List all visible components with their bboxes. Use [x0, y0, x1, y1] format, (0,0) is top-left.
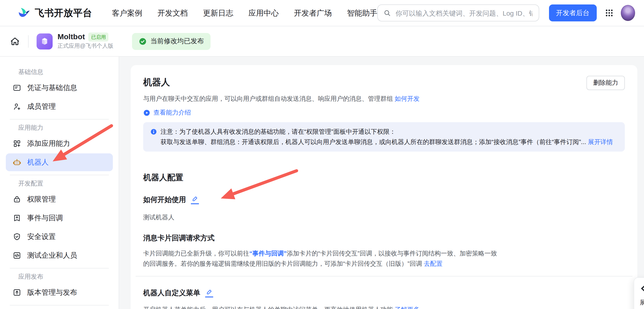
bot-capability-card: 机器人 删除能力 与用户在聊天中交互的应用，可以向用户或群组自动发送消息、响应用…	[131, 65, 637, 309]
top-navbar: 飞书开放平台 客户案例 开发文档 更新日志 应用中心 开发者广场 智能助手 开发…	[0, 0, 644, 26]
sidebar-item-label: 测试企业和人员	[27, 251, 77, 260]
sidebar-divider	[10, 175, 109, 175]
global-search[interactable]	[377, 4, 539, 22]
publish-status-text: 当前修改均已发布	[150, 37, 204, 46]
status-badge: 已启用	[88, 32, 108, 42]
how-to-develop-link[interactable]: 如何开发	[395, 95, 420, 102]
shield-check-icon	[12, 232, 22, 241]
developer-console-button[interactable]: 开发者后台	[549, 4, 596, 22]
lock-icon	[12, 195, 22, 204]
app-subtitle: 正式应用@飞书个人版	[58, 42, 113, 50]
learn-more-link[interactable]: 了解更多	[395, 306, 420, 309]
sidebar-item-security[interactable]: 安全设置	[6, 228, 113, 246]
apps-grid-icon[interactable]	[604, 8, 614, 18]
nav-item-dev-docs[interactable]: 开发文档	[158, 8, 188, 18]
sidebar-section-dev-config: 开发配置	[18, 180, 119, 188]
logo-text: 飞书开放平台	[35, 7, 92, 19]
edit-how-to-start-button[interactable]	[191, 195, 199, 204]
sidebar-section-capabilities: 应用能力	[18, 124, 119, 132]
sidebar-divider	[10, 119, 109, 120]
sidebar-item-label: 成员管理	[27, 102, 56, 111]
add-capability-icon	[12, 139, 22, 148]
event-callback-icon	[12, 214, 22, 222]
feishu-logo-icon	[18, 6, 31, 20]
sidebar-item-label: 机器人	[27, 158, 48, 167]
delete-capability-button[interactable]: 删除能力	[586, 76, 625, 90]
nav-item-developer-plaza[interactable]: 开发者广场	[294, 8, 332, 18]
sidebar-item-credentials[interactable]: 凭证与基础信息	[6, 79, 113, 97]
sidebar-item-bot[interactable]: 机器人	[6, 154, 113, 171]
notice-line-2: 获取与发送单聊、群组消息：开通该权限后，机器人可以向用户发送单聊消息，或向机器人…	[150, 137, 618, 147]
card-callback-title-row: 消息卡片回调请求方式	[143, 233, 625, 243]
sidebar-item-test-org[interactable]: 测试企业和人员	[6, 246, 113, 264]
custom-menu-title: 机器人自定义菜单	[143, 288, 200, 298]
card-callback-title: 消息卡片回调请求方式	[143, 233, 214, 243]
notice-line-1: 注意：为了使机器人具有收发消息的基础功能，请在“权限管理”面板中开通以下权限：	[160, 127, 396, 137]
top-nav-menu: 客户案例 开发文档 更新日志 应用中心 开发者广场 智能助手	[112, 8, 377, 18]
play-circle-icon	[143, 109, 150, 116]
check-circle-icon	[139, 37, 147, 45]
sidebar-item-version-release[interactable]: 版本管理与发布	[6, 284, 113, 302]
events-callback-link[interactable]: “事件与回调”	[249, 250, 287, 257]
sidebar-item-events[interactable]: 事件与回调	[6, 209, 113, 227]
nav-item-app-center[interactable]: 应用中心	[248, 8, 279, 18]
capability-intro-link[interactable]: 查看能力介绍	[143, 109, 625, 117]
app-name: Moltbot	[58, 32, 85, 42]
bot-config-title: 机器人配置	[143, 172, 625, 183]
home-icon[interactable]	[10, 36, 20, 46]
sidebar-section-basic-info: 基础信息	[18, 68, 119, 76]
nav-item-customer-cases[interactable]: 客户案例	[112, 8, 142, 18]
sidebar-item-label: 事件与回调	[27, 213, 63, 223]
page-title: 机器人	[143, 76, 625, 88]
search-input[interactable]	[395, 9, 533, 17]
expand-tab-label: 展	[640, 299, 644, 307]
member-add-icon	[12, 102, 22, 111]
sidebar-item-label: 凭证与基础信息	[27, 83, 77, 92]
nav-item-ai-assistant[interactable]: 智能助手	[347, 8, 377, 18]
sidebar-item-label: 添加应用能力	[27, 139, 70, 148]
expand-detail-link[interactable]: 展开详情	[588, 138, 613, 145]
publish-icon	[12, 288, 22, 297]
how-to-start-row: 如何开始使用	[143, 195, 625, 205]
test-bot-text: 测试机器人	[143, 213, 625, 222]
card-callback-paragraph: 卡片回调能力已全新升级，你可以前往“事件与回调”添加卡片的“卡片回传交互”回调，…	[143, 248, 500, 269]
info-icon	[150, 128, 157, 135]
content-area: 机器人 删除能力 与用户在聊天中交互的应用，可以向用户或群组自动发送消息、响应用…	[119, 57, 644, 309]
sidebar-item-label: 权限管理	[27, 195, 56, 204]
go-configure-link[interactable]: 去配置	[424, 260, 442, 267]
sidebar-item-label: 版本管理与发布	[27, 288, 77, 297]
app-header: Moltbot 已启用 正式应用@飞书个人版 当前修改均已发布	[0, 26, 644, 57]
sidebar-divider	[10, 305, 109, 306]
user-avatar[interactable]	[620, 5, 635, 21]
app-identity: Moltbot 已启用 正式应用@飞书个人版	[58, 32, 113, 50]
card-section-divider	[136, 276, 632, 276]
code-box-icon	[12, 251, 22, 260]
edit-custom-menu-button[interactable]	[205, 288, 213, 298]
sidebar-item-add-capability[interactable]: 添加应用能力	[6, 135, 113, 152]
id-card-icon	[12, 84, 22, 92]
expand-panel-tab[interactable]: 展	[634, 277, 644, 309]
app-icon	[36, 33, 53, 49]
permission-notice: 注意：为了使机器人具有收发消息的基础功能，请在“权限管理”面板中开通以下权限： …	[143, 122, 625, 152]
custom-menu-description: 开启机器人菜单能力后，用户可以在与机器人的单聊中访问菜单，更高效地使用机器人功能…	[143, 305, 625, 309]
feishu-open-platform-page: 飞书开放平台 客户案例 开发文档 更新日志 应用中心 开发者广场 智能助手 开发…	[0, 0, 644, 309]
collapse-chevron-icon	[640, 285, 644, 292]
feishu-logo[interactable]: 飞书开放平台	[18, 6, 92, 20]
capability-description: 与用户在聊天中交互的应用，可以向用户或群组自动发送消息、响应用户的消息、管理群组…	[143, 94, 625, 104]
publish-status-pill: 当前修改均已发布	[132, 33, 210, 50]
robot-icon	[12, 158, 22, 167]
custom-menu-title-row: 机器人自定义菜单	[143, 288, 625, 298]
sidebar-item-permissions[interactable]: 权限管理	[6, 190, 113, 208]
sidebar-item-members[interactable]: 成员管理	[6, 98, 113, 116]
sidebar: 基础信息 凭证与基础信息 成员管理 应用能力	[0, 57, 119, 309]
header-divider	[28, 35, 28, 48]
nav-item-changelog[interactable]: 更新日志	[203, 8, 233, 18]
sidebar-item-label: 安全设置	[27, 232, 56, 242]
search-icon	[383, 9, 391, 17]
sidebar-divider	[10, 268, 109, 268]
sidebar-section-release: 应用发布	[18, 273, 119, 281]
